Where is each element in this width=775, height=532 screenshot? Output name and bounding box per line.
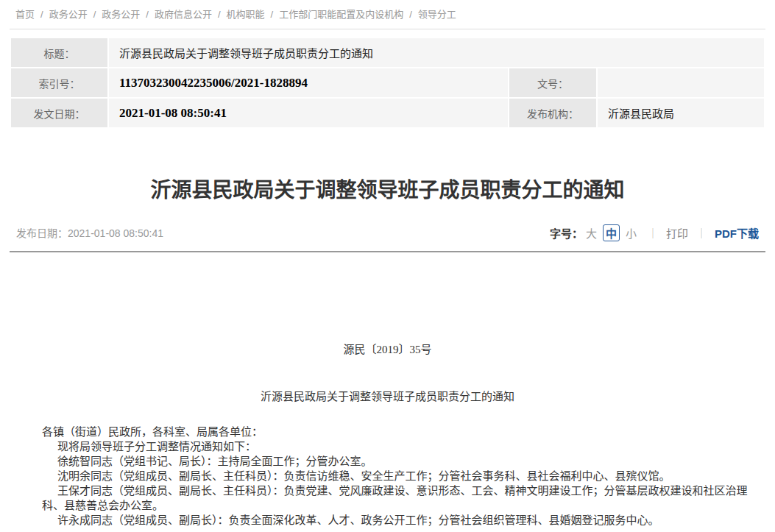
- issue-date-value-cell: 2021-01-08 08:50:41: [108, 98, 509, 128]
- table-row: 发文日期： 2021-01-08 08:50:41 发布机构： 沂源县民政局: [10, 98, 765, 128]
- index-number-value-cell: 113703230042235006/2021-1828894: [108, 68, 509, 98]
- document-meta-table: 标题： 沂源县民政局关于调整领导班子成员职责分工的通知 索引号： 1137032…: [10, 37, 765, 129]
- publish-date-label: 发布日期：: [16, 227, 68, 239]
- doc-number-line: 源民〔2019〕35号: [10, 342, 765, 357]
- page: 首页/政务公开/政务公开/政府信息公开/机构职能/工作部门职能配置及内设机构/领…: [0, 0, 775, 528]
- title-value-cell: 沂源县民政局关于调整领导班子成员职责分工的通知: [108, 38, 765, 68]
- article-divider: [10, 251, 765, 252]
- doc-title-line: 沂源县民政局关于调整领导班子成员职责分工的通知: [10, 389, 765, 404]
- breadcrumb-separator: /: [218, 9, 221, 20]
- article-toolbar: 字号： 大 中 小 ｜ 打印 ｜ PDF下载: [550, 224, 759, 241]
- doc-symbol-label-cell: 文号：: [509, 68, 597, 98]
- doc-paragraph: 徐统智同志（党组书记、局长）：主持局全面工作；分管办公室。: [42, 454, 761, 469]
- breadcrumb-divider: [10, 29, 765, 29]
- doc-paragraph: 许永成同志（党组成员、副局长）：负责全面深化改革、人才、政务公开工作；分管社会组…: [42, 513, 761, 528]
- breadcrumb-separator: /: [40, 9, 43, 20]
- doc-symbol-value-cell: [597, 68, 765, 98]
- toolbar-separator: ｜: [696, 225, 707, 240]
- print-button[interactable]: 打印: [666, 225, 688, 241]
- breadcrumb: 首页/政务公开/政务公开/政府信息公开/机构职能/工作部门职能配置及内设机构/领…: [10, 0, 765, 29]
- breadcrumb-item-3[interactable]: 政务公开: [102, 9, 140, 20]
- doc-paragraph: 沈明余同志（党组成员、副局长、主任科员）：负责信访维稳、安全生产工作；分管社会事…: [42, 469, 761, 483]
- table-row: 标题： 沂源县民政局关于调整领导班子成员职责分工的通知: [10, 38, 765, 68]
- font-size-large-button[interactable]: 大: [586, 225, 597, 241]
- publish-date: 发布日期：2021-01-08 08:50:41: [16, 225, 163, 240]
- document-content: 源民〔2019〕35号 沂源县民政局关于调整领导班子成员职责分工的通知 各镇（街…: [10, 342, 765, 528]
- publish-agency-value-cell: 沂源县民政局: [597, 98, 765, 128]
- page-title: 沂源县民政局关于调整领导班子成员职责分工的通知: [10, 176, 765, 205]
- table-row: 索引号： 113703230042235006/2021-1828894 文号：: [10, 68, 765, 98]
- doc-paragraph: 各镇（街道）民政所，各科室、局属各单位：: [42, 425, 761, 439]
- toolbar-separator: ｜: [648, 225, 658, 240]
- doc-body: 各镇（街道）民政所，各科室、局属各单位： 现将局领导班子分工调整情况通知如下： …: [42, 425, 761, 528]
- font-size-medium-button[interactable]: 中: [603, 224, 620, 241]
- index-number-label-cell: 索引号：: [10, 68, 108, 98]
- breadcrumb-separator: /: [93, 9, 96, 20]
- breadcrumb-item-6[interactable]: 工作部门职能配置及内设机构: [279, 9, 403, 20]
- doc-paragraph: 王保才同志（党组成员、副局长、主任科员）：负责党建、党风廉政建设、意识形态、工会…: [42, 483, 761, 513]
- publish-date-value: 2021-01-08 08:50:41: [68, 227, 163, 239]
- breadcrumb-item-home[interactable]: 首页: [15, 9, 35, 20]
- breadcrumb-separator: /: [271, 9, 274, 20]
- breadcrumb-item-4[interactable]: 政府信息公开: [155, 9, 212, 20]
- breadcrumb-separator: /: [409, 9, 412, 20]
- publish-agency-label-cell: 发布机构：: [509, 98, 597, 128]
- breadcrumb-item-5[interactable]: 机构职能: [227, 9, 265, 20]
- doc-paragraph: 现将局领导班子分工调整情况通知如下：: [42, 439, 761, 454]
- article-meta-row: 发布日期：2021-01-08 08:50:41 字号： 大 中 小 ｜ 打印 …: [10, 223, 765, 242]
- title-label-cell: 标题：: [10, 38, 108, 68]
- issue-date-label-cell: 发文日期：: [10, 98, 108, 128]
- breadcrumb-separator: /: [146, 9, 149, 20]
- breadcrumb-item-7[interactable]: 领导分工: [418, 9, 456, 20]
- pdf-download-button[interactable]: PDF下载: [715, 225, 759, 241]
- font-size-small-button[interactable]: 小: [626, 225, 637, 241]
- breadcrumb-item-2[interactable]: 政务公开: [49, 9, 88, 20]
- font-size-label: 字号：: [550, 225, 583, 241]
